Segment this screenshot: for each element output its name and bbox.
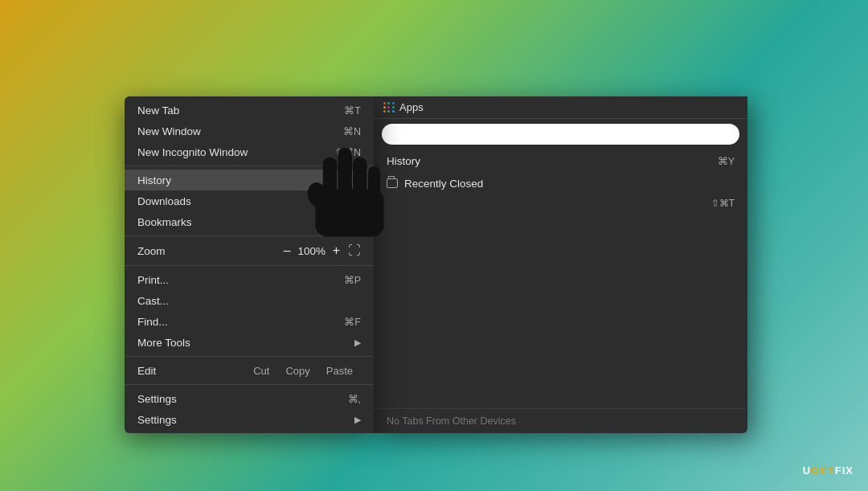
menu-item-more-tools[interactable]: More Tools ▶ — [125, 332, 374, 353]
history-header-label: History — [387, 155, 420, 167]
menu-item-settings[interactable]: Settings ⌘, — [125, 388, 374, 409]
history-submenu: Apps History ⌘Y Recently Closed ⇧⌘T No T… — [374, 96, 747, 433]
bookmarks-arrow-icon: ▶ — [354, 217, 361, 227]
watermark-get: GET — [811, 464, 835, 477]
divider-1 — [125, 166, 374, 166]
edit-row: Edit Cut Copy Paste — [125, 360, 374, 381]
menu-item-new-tab[interactable]: New Tab ⌘T — [125, 100, 374, 121]
divider-4 — [125, 356, 374, 357]
divider-2 — [125, 235, 374, 236]
zoom-minus-button[interactable]: – — [279, 243, 296, 258]
menu-item-find[interactable]: Find... ⌘F — [125, 311, 374, 332]
paste-button[interactable]: Paste — [318, 365, 361, 377]
context-menu-wrapper: New Tab ⌘T New Window ⌘N New Incognito W… — [125, 96, 747, 433]
history-shortcut: ⌘Y — [718, 155, 735, 167]
menu-item-print[interactable]: Print... ⌘P — [125, 269, 374, 290]
primary-menu: New Tab ⌘T New Window ⌘N New Incognito W… — [125, 96, 374, 433]
recently-closed-item[interactable]: Recently Closed — [374, 172, 747, 194]
zoom-row: Zoom – 100% + ⛶ — [125, 239, 374, 262]
address-bar[interactable] — [382, 124, 739, 145]
menu-item-new-window[interactable]: New Window ⌘N — [125, 121, 374, 141]
history-arrow-icon: ▶ — [354, 175, 361, 186]
zoom-value: 100% — [296, 245, 328, 257]
menu-item-downloads[interactable]: Downloads ⌥⌘L — [125, 190, 374, 211]
submenu-spacer — [374, 212, 747, 408]
apps-bar: Apps — [374, 96, 747, 119]
menu-item-help[interactable]: Settings ▶ — [125, 409, 374, 430]
recently-closed-label: Recently Closed — [404, 178, 483, 190]
watermark: UGETFIX — [803, 464, 854, 477]
cut-button[interactable]: Cut — [245, 365, 277, 377]
menu-item-history[interactable]: History ▶ — [125, 170, 374, 190]
watermark-fix: FIX — [835, 464, 854, 477]
submenu-footer: No Tabs From Other Devices — [374, 408, 747, 433]
zoom-plus-button[interactable]: + — [328, 243, 345, 258]
apps-grid-icon — [383, 102, 395, 113]
apps-label: Apps — [399, 101, 424, 113]
history-header-item[interactable]: History ⌘Y — [374, 149, 747, 172]
copy-button[interactable]: Copy — [277, 365, 317, 377]
recently-closed-shortcut: ⇧⌘T — [374, 194, 747, 212]
tab-icon — [387, 178, 398, 188]
help-arrow-icon: ▶ — [354, 415, 361, 425]
zoom-expand-button[interactable]: ⛶ — [348, 243, 361, 258]
more-tools-arrow-icon: ▶ — [354, 338, 361, 348]
menu-item-new-incognito[interactable]: New Incognito Window ⇧⌘N — [125, 141, 374, 162]
menu-item-cast[interactable]: Cast... — [125, 290, 374, 311]
divider-3 — [125, 265, 374, 266]
no-tabs-label: No Tabs From Other Devices — [387, 415, 516, 427]
menu-item-bookmarks[interactable]: Bookmarks ▶ — [125, 211, 374, 232]
divider-5 — [125, 384, 374, 385]
watermark-u: U — [803, 464, 811, 477]
